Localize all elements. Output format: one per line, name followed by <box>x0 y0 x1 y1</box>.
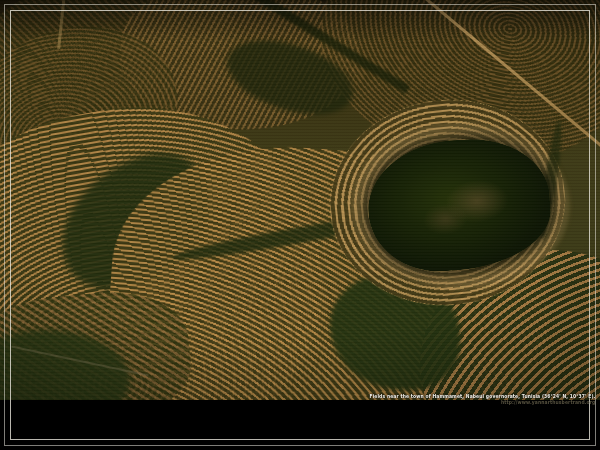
caption-website-url: http://www.yannarthusbertrand.org <box>369 400 595 405</box>
aerial-photo-fields <box>0 0 600 400</box>
photo-caption: Fields near the town of Hammamet, Nabeul… <box>369 394 595 405</box>
wallpaper-stage: Fields near the town of Hammamet, Nabeul… <box>0 0 600 450</box>
photo-vignette <box>0 0 600 400</box>
